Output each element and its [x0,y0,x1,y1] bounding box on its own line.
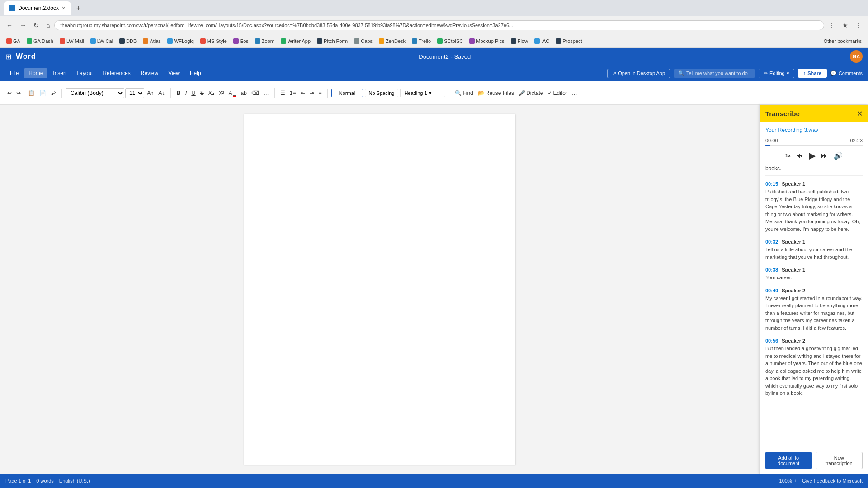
menu-insert[interactable]: Insert [48,68,71,78]
progress-bar[interactable] [765,145,863,146]
bookmark-sctolsc[interactable]: SCtolSC [434,38,466,45]
address-bar[interactable]: theaboutgroup-my.sharepoint.com/:w:/r/pe… [54,20,824,30]
editor-button[interactable]: ✓ Editor [546,89,569,98]
entry-time-5[interactable]: 00:56 [765,338,778,343]
bold-button[interactable]: B [175,88,182,98]
copy-button[interactable]: 📄 [38,89,48,98]
home-button[interactable]: ⌂ [43,20,52,31]
entry-time-2[interactable]: 00:32 [765,239,778,244]
entry-time-1[interactable]: 00:15 [765,181,778,187]
bookmark-other[interactable]: Other bookmarks [821,38,864,45]
superscript-button[interactable]: X² [217,89,226,98]
decrease-font-button[interactable]: A↓ [156,88,167,98]
subscript-button[interactable]: X₂ [207,89,216,98]
user-avatar[interactable]: GA [850,50,863,63]
bookmark-caps[interactable]: Caps [351,38,375,45]
bookmark-pitch-form[interactable]: Pitch Form [314,38,350,45]
bookmark-ga-dash[interactable]: GA Dash [24,38,56,45]
reuse-files-button[interactable]: 📂 Reuse Files [476,89,516,98]
back-button[interactable]: ← [4,20,15,31]
reuse-icon: 📂 [478,90,485,96]
increase-indent-button[interactable]: ⇥ [308,89,316,98]
active-browser-tab[interactable]: Document2.docx ✕ [4,1,71,15]
menu-references[interactable]: References [98,68,135,78]
bookmark-iac[interactable]: IAC [532,38,552,45]
paste-button[interactable]: 📋 [26,89,37,98]
text-color-button[interactable]: A_ [227,88,238,98]
bookmark-lw-cal[interactable]: LW Cal [88,38,116,45]
no-spacing-style[interactable]: No Spacing [365,89,399,97]
tab-close-btn[interactable]: ✕ [61,5,66,11]
increase-font-button[interactable]: A↑ [145,88,156,98]
menu-home[interactable]: Home [24,68,47,78]
feedback-text[interactable]: Give Feedback to Microsoft [802,478,863,483]
bookmark-eos[interactable]: Eos [231,38,251,45]
menu-file[interactable]: File [5,68,23,78]
bookmark-mockup-pics[interactable]: Mockup Pics [467,38,507,45]
comments-button[interactable]: 💬 Comments [830,70,863,76]
format-painter-button[interactable]: 🖌 [49,89,58,98]
menu-help[interactable]: Help [185,68,206,78]
clear-formatting-button[interactable]: ⌫ [250,89,261,98]
bookmark-atlas[interactable]: Atlas [140,38,163,45]
more-font-button[interactable]: … [262,89,271,98]
document-area[interactable] [0,105,760,474]
font-family-selector[interactable]: Calibri (Body) [66,88,124,98]
open-desktop-button[interactable]: ↗ Open in Desktop App [607,69,670,78]
font-size-selector[interactable]: 11 [125,88,144,98]
speed-button[interactable]: 1x [785,153,791,158]
menu-view[interactable]: View [164,68,184,78]
bookmark-ddb[interactable]: DDB [117,38,139,45]
document-page[interactable] [244,114,515,465]
skip-back-button[interactable]: ⏮ [796,151,803,160]
add-all-to-document-button[interactable]: Add all to document [765,452,812,469]
skip-forward-button[interactable]: ⏭ [821,151,828,160]
share-button[interactable]: ↑ Share [798,69,827,78]
bookmark-wflogiq[interactable]: WFLogiq [165,38,197,45]
more-options-button[interactable]: ⋮ [853,20,864,31]
grid-icon[interactable]: ⊞ [5,52,11,61]
menu-layout[interactable]: Layout [72,68,97,78]
new-tab-button[interactable]: + [74,3,83,13]
bookmark-flow[interactable]: Flow [508,38,531,45]
editing-button[interactable]: ✏ Editing ▾ [759,69,794,78]
heading-style[interactable]: Heading 1 ▾ [400,89,445,97]
bookmark-lw-mail[interactable]: LW Mail [57,38,87,45]
recording-link[interactable]: Your Recording 3.wav [765,127,863,133]
bookmark-zoom[interactable]: Zoom [252,38,277,45]
refresh-button[interactable]: ↻ [31,20,42,31]
bookmark-ms-style[interactable]: MS Style [198,38,230,45]
play-pause-button[interactable]: ▶ [809,150,816,161]
zoom-in-icon[interactable]: + [794,478,797,483]
strikethrough-button[interactable]: S [198,89,206,98]
entry-time-4[interactable]: 00:40 [765,288,778,293]
bookmark-writer-app[interactable]: Writer App [278,38,313,45]
normal-style[interactable]: Normal [331,89,363,97]
entry-time-3[interactable]: 00:38 [765,267,778,272]
bookmark-zendesk[interactable]: ZenDesk [376,38,408,45]
undo-button[interactable]: ↩ [5,89,14,98]
bookmark-prospect[interactable]: Prospect [553,38,585,45]
tell-me-bar[interactable]: 🔍 Tell me what you want to do [674,69,755,78]
volume-button[interactable]: 🔊 [834,151,843,160]
find-button[interactable]: 🔍 Find [453,89,475,98]
panel-close-button[interactable]: ✕ [857,109,863,118]
align-button[interactable]: ≡ [317,89,324,98]
bookmark-ga[interactable]: GA [4,38,23,45]
italic-button[interactable]: I [184,88,189,98]
dictate-button[interactable]: 🎤 Dictate [517,89,545,98]
more-ribbon-button[interactable]: … [570,89,579,98]
forward-button[interactable]: → [17,20,29,31]
redo-button[interactable]: ↪ [14,89,23,98]
bookmark-button[interactable]: ★ [840,20,851,31]
bookmark-trello[interactable]: Trello [409,38,434,45]
zoom-out-icon[interactable]: − [774,478,777,483]
new-transcription-button[interactable]: New transcription [816,452,863,469]
extensions-button[interactable]: ⋮ [826,20,838,31]
numbering-button[interactable]: 1≡ [288,89,298,98]
decrease-indent-button[interactable]: ⇤ [299,89,307,98]
underline-button[interactable]: U [189,88,197,98]
bullets-button[interactable]: ☰ [278,89,287,98]
highlight-button[interactable]: ab [239,89,248,98]
menu-review[interactable]: Review [136,68,163,78]
